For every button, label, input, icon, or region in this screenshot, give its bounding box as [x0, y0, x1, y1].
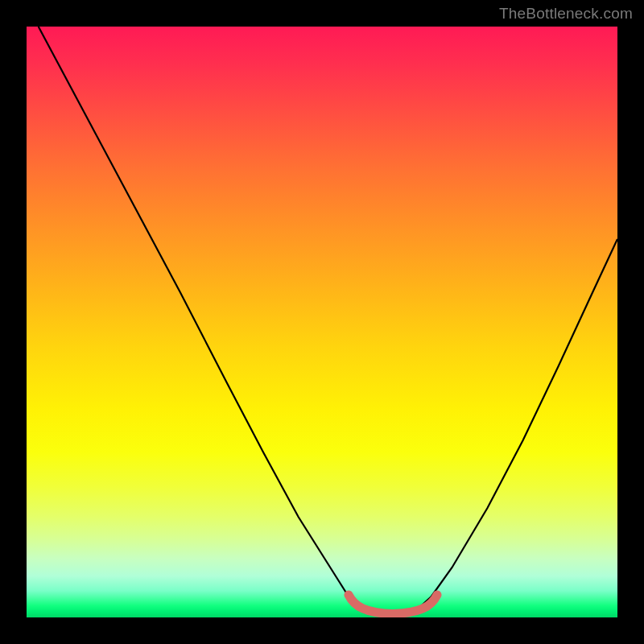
bottleneck-curve [39, 27, 617, 614]
watermark-text: TheBottleneck.com [499, 5, 633, 23]
curve-svg [27, 27, 617, 617]
bottom-marker-path [349, 595, 437, 614]
chart-container: TheBottleneck.com [0, 0, 644, 644]
plot-area [27, 27, 617, 617]
